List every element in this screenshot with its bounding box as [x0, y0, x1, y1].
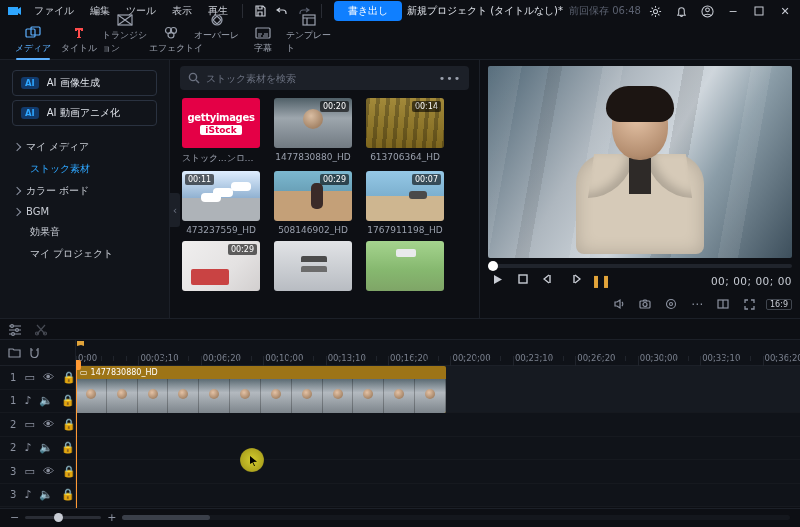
stock-card-download[interactable]: gettyimages iStock ストック...ンロード — [182, 98, 260, 165]
zoom-out-icon[interactable]: − — [10, 511, 19, 524]
window-maximize-icon[interactable] — [750, 2, 768, 20]
track-head-a3[interactable]: 3♪🔈🔒 — [0, 484, 75, 508]
stock-card-label: ストック...ンロード — [182, 152, 260, 165]
zoom-slider-handle[interactable] — [54, 513, 63, 522]
lock-icon[interactable]: 🔒 — [61, 394, 75, 407]
play-icon[interactable] — [488, 274, 506, 288]
progress-handle[interactable] — [488, 261, 498, 271]
lock-icon[interactable]: 🔒 — [62, 371, 76, 384]
stock-card[interactable]: 00:29 — [182, 241, 260, 291]
tooltab-effect[interactable]: エフェクト — [148, 24, 194, 59]
search-icon — [188, 72, 200, 84]
mute-icon[interactable]: 🔈 — [39, 394, 53, 407]
account-icon[interactable] — [698, 2, 716, 20]
track-head-v3[interactable]: 3▭👁🔒 — [0, 460, 75, 484]
tree-sfx[interactable]: 効果音 — [0, 221, 169, 243]
timeline-clip[interactable]: ▭1477830880_HD — [76, 366, 446, 413]
window-minimize-icon[interactable]: ─ — [724, 2, 742, 20]
visibility-icon[interactable]: 👁 — [43, 418, 54, 431]
tooltab-transition[interactable]: トランジション — [102, 11, 148, 59]
compare-icon[interactable] — [714, 299, 732, 309]
stock-card[interactable] — [366, 241, 444, 291]
stock-card[interactable]: 00:07 1767911198_HD — [366, 171, 444, 235]
tree-stock[interactable]: ストック素材 — [0, 158, 169, 180]
tooltab-label: タイトル — [61, 42, 97, 55]
stock-card[interactable]: 00:29 508146902_HD — [274, 171, 352, 235]
ai-image-gen-button[interactable]: AI AI 画像生成 — [12, 70, 157, 96]
stock-card[interactable]: 00:14 613706364_HD — [366, 98, 444, 165]
timeline-hscroll[interactable] — [122, 515, 790, 520]
prev-frame-icon[interactable] — [540, 274, 558, 288]
tooltab-subtitle[interactable]: 字幕 — [240, 24, 286, 59]
stock-card[interactable] — [274, 241, 352, 291]
pause-icon[interactable]: ❚❚ — [592, 274, 610, 288]
stock-card[interactable]: 00:20 1477830880_HD — [274, 98, 352, 165]
tl-tool-icon[interactable] — [8, 323, 22, 336]
track-head-a2[interactable]: 2♪🔈🔒 — [0, 437, 75, 461]
stop-icon[interactable] — [514, 274, 532, 288]
playhead[interactable] — [76, 360, 77, 508]
tooltab-title[interactable]: タイトル — [56, 24, 102, 59]
tooltab-template[interactable]: テンプレート — [286, 11, 332, 59]
preview-progress[interactable] — [488, 264, 792, 268]
tooltab-overlay[interactable]: オーバーレイ — [194, 11, 240, 59]
stock-card[interactable]: 00:11 473237559_HD — [182, 171, 260, 235]
tl-magnet-icon[interactable] — [29, 347, 40, 359]
lock-icon[interactable]: 🔒 — [62, 465, 76, 478]
project-title: 新規プロジェクト (タイトルなし)* 前回保存 06:48 — [406, 4, 642, 18]
next-frame-icon[interactable] — [566, 274, 584, 288]
tl-open-icon[interactable] — [8, 347, 21, 358]
lock-icon[interactable]: 🔒 — [62, 418, 76, 431]
tree-my-project[interactable]: マイ プロジェクト — [0, 243, 169, 265]
track-head-v2[interactable]: 2▭👁🔒 — [0, 413, 75, 437]
track-head-v1[interactable]: 1▭👁🔒 — [0, 366, 75, 390]
lock-icon[interactable]: 🔒 — [61, 488, 75, 501]
stock-card-label: 508146902_HD — [274, 225, 352, 235]
snapshot-icon[interactable] — [636, 299, 654, 309]
fullscreen-icon[interactable] — [740, 299, 758, 310]
quality-icon[interactable] — [662, 298, 680, 310]
zoom-in-icon[interactable]: + — [107, 511, 116, 524]
export-button[interactable]: 書き出し — [334, 1, 402, 21]
audio-track-icon: ♪ — [24, 441, 31, 454]
settings-icon[interactable] — [646, 2, 664, 20]
svg-point-20 — [11, 324, 14, 327]
tooltab-media[interactable]: メディア — [10, 24, 56, 59]
ruler-mark: 00;16;20 — [390, 353, 428, 363]
subtitle-icon — [255, 24, 271, 42]
lock-icon[interactable]: 🔒 — [61, 441, 75, 454]
notifications-icon[interactable] — [672, 2, 690, 20]
tl-cut-icon[interactable] — [34, 323, 48, 336]
chevron-right-icon — [13, 187, 21, 195]
timeline-ruler[interactable]: 0;0000;03;1000;06;2000;10;0000;13;1000;1… — [76, 340, 800, 366]
ai-video-anim-button[interactable]: AI AI 動画アニメ化 — [12, 100, 157, 126]
stock-search-input[interactable] — [200, 72, 439, 85]
visibility-icon[interactable]: 👁 — [43, 465, 54, 478]
tree-colorboard[interactable]: カラー ボード — [0, 180, 169, 202]
zoom-slider[interactable] — [25, 516, 101, 519]
clip-icon: ▭ — [80, 368, 88, 377]
mute-icon[interactable]: 🔈 — [39, 441, 53, 454]
search-more-icon[interactable]: ••• — [439, 72, 461, 85]
mute-icon[interactable]: 🔈 — [39, 488, 53, 501]
ruler-mark: 00;33;10 — [702, 353, 740, 363]
tree-my-media[interactable]: マイ メディア — [0, 136, 169, 158]
panel-collapse-icon[interactable]: ‹ — [170, 193, 180, 227]
menu-file[interactable]: ファイル — [28, 4, 80, 18]
duration-badge: 00:11 — [185, 174, 214, 185]
stock-search-bar[interactable]: ••• — [180, 66, 469, 90]
track-head-a1[interactable]: 1♪🔈🔒 — [0, 390, 75, 414]
window-close-icon[interactable]: ✕ — [776, 2, 794, 20]
visibility-icon[interactable]: 👁 — [43, 371, 54, 384]
stock-thumb — [366, 241, 444, 291]
stock-browser: ••• ‹ gettyimages iStock ストック...ンロード 00:… — [170, 60, 480, 318]
aspect-ratio-chip[interactable]: 16:9 — [766, 299, 792, 310]
volume-icon[interactable] — [610, 298, 628, 310]
stock-thumb: 00:14 — [366, 98, 444, 148]
save-icon[interactable] — [251, 2, 269, 20]
ui-dots-icon[interactable]: ⋯ — [688, 297, 706, 311]
clip-title: 1477830880_HD — [91, 368, 158, 377]
ruler-mark: 00;20;00 — [452, 353, 490, 363]
tree-bgm[interactable]: BGM — [0, 202, 169, 221]
hscroll-thumb[interactable] — [122, 515, 210, 520]
